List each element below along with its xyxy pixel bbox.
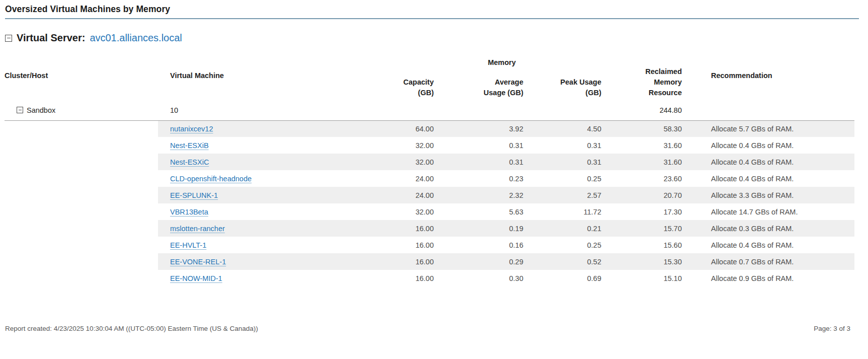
table-row: EE-NOW-MID-1 16.00 0.30 0.69 15.10 Alloc… — [5, 270, 854, 286]
recommendation-cell: Allocate 0.4 GBs of RAM. — [687, 154, 854, 170]
cluster-name: Sandbox — [27, 106, 55, 114]
column-header-recommendation: Recommendation — [687, 66, 854, 100]
capacity-cell: 24.00 — [342, 187, 439, 203]
peak-usage-cell: 11.72 — [528, 203, 606, 220]
avg-usage-cell: 0.19 — [439, 220, 528, 237]
recommendation-cell: Allocate 0.4 GBs of RAM. — [687, 137, 854, 154]
reclaimed-cell: 31.60 — [606, 154, 687, 170]
avg-usage-cell: 0.31 — [439, 137, 528, 154]
title-divider — [5, 18, 859, 19]
table-row: EE-SPLUNK-1 24.00 2.32 2.57 20.70 Alloca… — [5, 187, 854, 203]
column-header-peak-usage: Peak Usage (GB) — [528, 66, 606, 100]
recommendation-cell: Allocate 5.7 GBs of RAM. — [687, 120, 854, 137]
page-number-text: Page: 3 of 3 — [814, 325, 850, 332]
report-footer: Report created: 4/23/2025 10:30:04 AM ((… — [5, 325, 850, 332]
reclaimed-cell: 15.60 — [606, 237, 687, 253]
vm-link[interactable]: EE-VONE-REL-1 — [170, 258, 226, 266]
reclaimed-cell: 17.30 — [606, 203, 687, 220]
recommendation-cell: Allocate 0.9 GBs of RAM. — [687, 270, 854, 286]
recommendation-cell: Allocate 3.3 GBs of RAM. — [687, 187, 854, 203]
memory-group-header-row: Memory — [5, 54, 854, 66]
avg-usage-cell: 0.23 — [439, 170, 528, 187]
peak-usage-cell: 0.31 — [528, 137, 606, 154]
reclaimed-cell: 15.10 — [606, 270, 687, 286]
column-header-capacity: Capacity (GB) — [342, 66, 439, 100]
avg-usage-cell: 2.32 — [439, 187, 528, 203]
reclaimed-cell: 20.70 — [606, 187, 687, 203]
peak-usage-cell: 2.57 — [528, 187, 606, 203]
table-row: EE-HVLT-1 16.00 0.16 0.25 15.60 Allocate… — [5, 237, 854, 253]
vm-link[interactable]: CLD-openshift-headnode — [170, 175, 252, 183]
column-header-average-usage: Average Usage (GB) — [439, 66, 528, 100]
vm-count: 10 — [158, 100, 342, 120]
recommendation-cell: Allocate 0.4 GBs of RAM. — [687, 237, 854, 253]
column-header-reclaimed-memory: Reclaimed Memory Resource — [606, 66, 687, 100]
reclaimed-cell: 58.30 — [606, 120, 687, 137]
vm-link[interactable]: EE-NOW-MID-1 — [170, 274, 222, 282]
peak-usage-cell: 0.25 — [528, 237, 606, 253]
virtual-server-link[interactable]: avc01.alliances.local — [90, 32, 182, 44]
table-header-row: Cluster/Host Virtual Machine Capacity (G… — [5, 66, 854, 100]
collapse-section-icon[interactable] — [5, 35, 12, 42]
report-created-text: Report created: 4/23/2025 10:30:04 AM ((… — [5, 325, 258, 332]
capacity-cell: 32.00 — [342, 154, 439, 170]
peak-usage-cell: 0.69 — [528, 270, 606, 286]
table-row: VBR13Beta 32.00 5.63 11.72 17.30 Allocat… — [5, 203, 854, 220]
recommendation-cell: Allocate 0.4 GBs of RAM. — [687, 170, 854, 187]
avg-usage-cell: 0.31 — [439, 154, 528, 170]
capacity-cell: 16.00 — [342, 237, 439, 253]
avg-usage-cell: 5.63 — [439, 203, 528, 220]
collapse-cluster-icon[interactable] — [17, 107, 23, 113]
avg-usage-cell: 0.29 — [439, 253, 528, 270]
table-row: mslotten-rancher 16.00 0.19 0.21 15.70 A… — [5, 220, 854, 237]
table-row: Nest-ESXiC 32.00 0.31 0.31 31.60 Allocat… — [5, 154, 854, 170]
vm-link[interactable]: Nest-ESXiB — [170, 141, 209, 150]
cluster-group-row: Sandbox 10 244.80 — [5, 100, 854, 120]
capacity-cell: 32.00 — [342, 203, 439, 220]
avg-usage-cell: 3.92 — [439, 120, 528, 137]
vm-link[interactable]: EE-HVLT-1 — [170, 241, 206, 249]
virtual-server-section-header: Virtual Server: avc01.alliances.local — [5, 32, 868, 44]
vm-link[interactable]: mslotten-rancher — [170, 225, 225, 233]
capacity-cell: 16.00 — [342, 220, 439, 237]
page-title: Oversized Virtual Machines by Memory — [5, 4, 868, 15]
vm-link[interactable]: nutanixcev12 — [170, 125, 213, 133]
table-row: nutanixcev12 64.00 3.92 4.50 58.30 Alloc… — [5, 120, 854, 137]
table-row: EE-VONE-REL-1 16.00 0.29 0.52 15.30 Allo… — [5, 253, 854, 270]
recommendation-cell: Allocate 0.7 GBs of RAM. — [687, 253, 854, 270]
memory-group-label: Memory — [439, 54, 528, 66]
avg-usage-cell: 0.16 — [439, 237, 528, 253]
oversized-vms-table: Memory Cluster/Host Virtual Machine Capa… — [5, 54, 854, 286]
vm-link[interactable]: EE-SPLUNK-1 — [170, 191, 218, 199]
vm-link[interactable]: VBR13Beta — [170, 208, 208, 216]
reclaimed-cell: 31.60 — [606, 137, 687, 154]
column-header-virtual-machine: Virtual Machine — [158, 66, 342, 100]
recommendation-cell: Allocate 0.3 GBs of RAM. — [687, 220, 854, 237]
capacity-cell: 16.00 — [342, 270, 439, 286]
column-header-cluster-host: Cluster/Host — [5, 66, 158, 100]
capacity-cell: 64.00 — [342, 120, 439, 137]
group-reclaimed-value: 244.80 — [606, 100, 687, 120]
capacity-cell: 16.00 — [342, 253, 439, 270]
virtual-server-label: Virtual Server: — [17, 32, 85, 44]
recommendation-cell: Allocate 14.7 GBs of RAM. — [687, 203, 854, 220]
reclaimed-cell: 15.30 — [606, 253, 687, 270]
table-row: Nest-ESXiB 32.00 0.31 0.31 31.60 Allocat… — [5, 137, 854, 154]
capacity-cell: 32.00 — [342, 137, 439, 154]
peak-usage-cell: 0.21 — [528, 220, 606, 237]
peak-usage-cell: 0.52 — [528, 253, 606, 270]
reclaimed-cell: 23.60 — [606, 170, 687, 187]
peak-usage-cell: 4.50 — [528, 120, 606, 137]
avg-usage-cell: 0.30 — [439, 270, 528, 286]
reclaimed-cell: 15.70 — [606, 220, 687, 237]
report-page: Oversized Virtual Machines by Memory Vir… — [0, 0, 868, 359]
peak-usage-cell: 0.25 — [528, 170, 606, 187]
vm-link[interactable]: Nest-ESXiC — [170, 158, 209, 166]
peak-usage-cell: 0.31 — [528, 154, 606, 170]
table-row: CLD-openshift-headnode 24.00 0.23 0.25 2… — [5, 170, 854, 187]
capacity-cell: 24.00 — [342, 170, 439, 187]
